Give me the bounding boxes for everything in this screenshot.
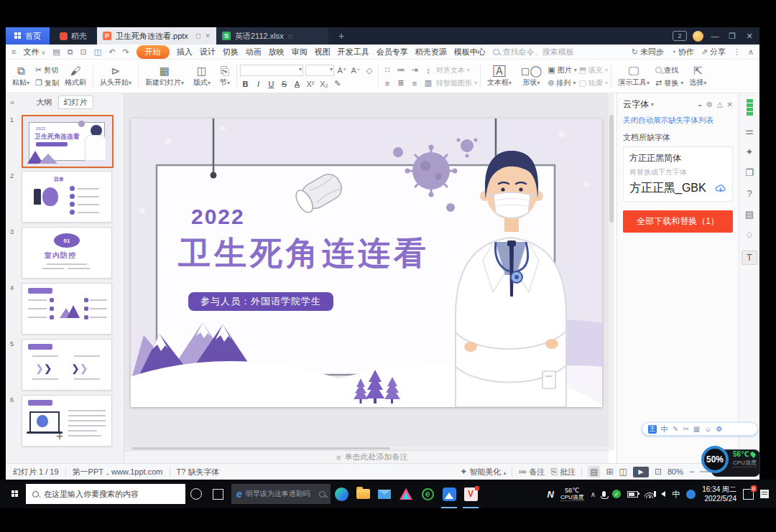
underline-button[interactable]: U — [266, 80, 277, 88]
download-all-replace-button[interactable]: 全部下载和替换（1） — [623, 210, 733, 233]
slide-thumbnail-5[interactable]: 5 ❯❯ ❯❯ — [6, 339, 124, 392]
ime-emoji-icon[interactable]: ☺ — [704, 425, 711, 433]
align-left-icon[interactable]: ≡ — [382, 79, 393, 88]
slide-subtitle-banner[interactable]: 参与人员：外国语学院学生 — [188, 292, 333, 311]
picture-button[interactable]: ▣图片▾ — [548, 65, 576, 75]
paste-button[interactable]: ⧉粘贴▾ — [9, 62, 33, 91]
mail-app-icon[interactable] — [374, 480, 395, 508]
message-count-badge[interactable]: 2 — [673, 31, 687, 41]
notes-bar[interactable]: ≡ 单击此处添加备注 — [124, 450, 609, 463]
slide-thumbnail-2[interactable]: 2 目录 — [6, 171, 124, 224]
fonts-panel-dropdown-icon[interactable]: ▾ — [651, 101, 654, 108]
green-tray-icon[interactable]: ✓ — [612, 490, 621, 498]
close-panel-icon[interactable]: ✕ — [727, 101, 733, 108]
blue-circle-tray-icon[interactable] — [686, 490, 696, 499]
cloud-download-icon[interactable] — [715, 184, 726, 193]
user-avatar[interactable] — [693, 31, 703, 42]
properties-icon[interactable]: ⚌ — [745, 126, 754, 136]
format-painter-button[interactable]: 🖌格式刷 — [61, 62, 90, 91]
select-button[interactable]: ⇱选择▾ — [685, 62, 710, 91]
disable-auto-show-link[interactable]: 关闭自动展示缺失字体列表 — [617, 113, 739, 128]
bullet-list-icon[interactable]: ∷ — [382, 65, 393, 75]
zoom-level[interactable]: 80% — [668, 467, 683, 476]
comments-toggle-button[interactable]: ⎘ 批注 — [550, 467, 576, 477]
close-window-button[interactable]: ✕ — [744, 32, 755, 41]
slide-title-text[interactable]: 卫生死角连连看 — [178, 232, 430, 275]
smart-beautify-button[interactable]: ✦ 智能美化 ▴ — [460, 467, 506, 477]
numbered-list-icon[interactable]: ≔ — [395, 65, 407, 75]
missing-font-card[interactable]: 方正正黑简体 将替换成下方字体 方正正黑_GBK — [623, 146, 733, 202]
find-button[interactable]: 查找 — [655, 65, 683, 75]
colorful-app-icon[interactable] — [395, 480, 417, 508]
media-chart-icon[interactable]: ▤ — [745, 209, 754, 220]
tab-document-active[interactable]: P 卫生死角连连看.pptx ◻ ✕ — [97, 27, 216, 45]
green-e-app-icon[interactable]: e — [417, 480, 438, 508]
output-icon[interactable]: ⧉ — [68, 47, 73, 57]
comment-bubble-icon[interactable]: ◻ — [195, 32, 200, 39]
play-from-start-button[interactable]: ⊳从头开始▾ — [96, 62, 135, 91]
mountain-app-icon-running[interactable] — [438, 480, 460, 508]
new-slide-button[interactable]: ▦新建幻灯片▾ — [142, 62, 188, 91]
cloud-font-tool-active[interactable]: T — [742, 251, 757, 265]
font-name-combo[interactable] — [240, 65, 303, 76]
vertical-scrollbar[interactable] — [609, 93, 614, 450]
restore-button[interactable]: ❐ — [726, 32, 738, 41]
increase-font-icon[interactable]: A⁺ — [336, 66, 348, 75]
align-center-icon[interactable]: ≣ — [395, 78, 407, 88]
tab-spreadsheet[interactable]: S 英语2112.xlsx ◌ — [216, 27, 328, 45]
battery-tray-icon[interactable] — [627, 491, 638, 498]
menu-tab-review[interactable]: 审阅 — [292, 47, 308, 57]
menu-tab-insert[interactable]: 插入 — [177, 47, 193, 57]
menu-tab-member[interactable]: 会员专享 — [377, 47, 408, 57]
arrange-button[interactable]: ⊜排列▾ — [548, 78, 576, 88]
menu-file[interactable]: 文件 ∨ — [23, 47, 45, 57]
ime-lang-mode[interactable]: 中 — [661, 424, 668, 434]
menu-tab-templates[interactable]: 模板中心 — [454, 47, 486, 57]
collapse-panel-button[interactable]: « — [10, 98, 14, 106]
editing-canvas[interactable]: 2022 卫生死角连连看 参与人员：外国语学院学生 — [124, 93, 609, 450]
zoom-out-button[interactable]: − — [689, 467, 694, 477]
slide-year-text[interactable]: 2022 — [191, 205, 245, 229]
news-interest-widget[interactable]: e 明早该为这事通勤吗 — [231, 484, 331, 504]
hamburger-icon[interactable]: ≡ — [11, 47, 16, 56]
slide-thumbnail-4[interactable]: 4 — [6, 283, 124, 336]
shapes-button[interactable]: ◻◯形状▾ — [517, 62, 545, 91]
tray-cpu-temp[interactable]: 56℃CPU温度 — [560, 487, 584, 502]
memo-tray-icon[interactable] — [760, 490, 769, 498]
slides-tab[interactable]: 幻灯片 — [58, 95, 93, 109]
effects-star-icon[interactable]: ✦ — [746, 146, 754, 157]
indent-icon[interactable]: ⇥ — [409, 65, 420, 75]
smart-graphic-button[interactable]: 转智能图形▾ — [436, 78, 477, 88]
preview-icon[interactable]: ◫ — [94, 47, 101, 57]
outline-button[interactable]: ▢轮廓▾ — [579, 78, 608, 88]
sync-status[interactable]: ↻ 未同步 — [632, 47, 664, 57]
command-search-box[interactable]: 查找命令、搜索模板 — [493, 47, 574, 57]
text-box-button[interactable]: 🄰文本框▾ — [484, 62, 515, 91]
decrease-font-icon[interactable]: A⁻ — [350, 66, 361, 75]
save-icon[interactable]: ▤ — [52, 47, 60, 57]
minimize-button[interactable]: — — [709, 32, 721, 40]
reading-view-icon[interactable]: ◫ — [619, 467, 627, 477]
slide-1-canvas[interactable]: 2022 卫生死角连连看 参与人员：外国语学院学生 — [131, 118, 602, 407]
tab-home[interactable]: 首页 — [6, 27, 50, 45]
share-button[interactable]: ⇗ 分享 — [701, 47, 726, 57]
ime-settings-icon[interactable]: ⚙ — [716, 425, 722, 433]
line-spacing-icon[interactable]: ↕ — [422, 66, 434, 75]
slide-thumbnail-3[interactable]: 3 01 室内防控 — [6, 227, 124, 280]
microphone-tray-icon[interactable] — [602, 491, 606, 497]
print-icon[interactable]: ⊡ — [80, 47, 87, 57]
clear-format-icon[interactable]: ◇ — [364, 66, 375, 75]
windows-layers-icon[interactable]: ❐ — [745, 167, 754, 178]
fill-button[interactable]: ⬒填充▾ — [579, 65, 608, 75]
play-slideshow-button[interactable]: ▶ — [633, 467, 649, 477]
tab-docer[interactable]: 稻壳 — [50, 27, 97, 45]
bold-button[interactable]: B — [240, 80, 251, 88]
notes-toggle-button[interactable]: ≔ 备注 — [518, 467, 545, 477]
wifi-tray-icon[interactable] — [645, 490, 655, 498]
slide-thumbnail-1[interactable]: 1 2022 卫生死角连连看 — [6, 115, 124, 168]
ime-logo-icon[interactable]: 王 — [648, 425, 657, 434]
strikethrough-button[interactable]: S — [279, 80, 290, 88]
slide-sorter-view-icon[interactable]: ⊞ — [606, 467, 613, 477]
start-button[interactable] — [11, 490, 19, 498]
cut-button[interactable]: ✂剪切 — [35, 65, 59, 75]
